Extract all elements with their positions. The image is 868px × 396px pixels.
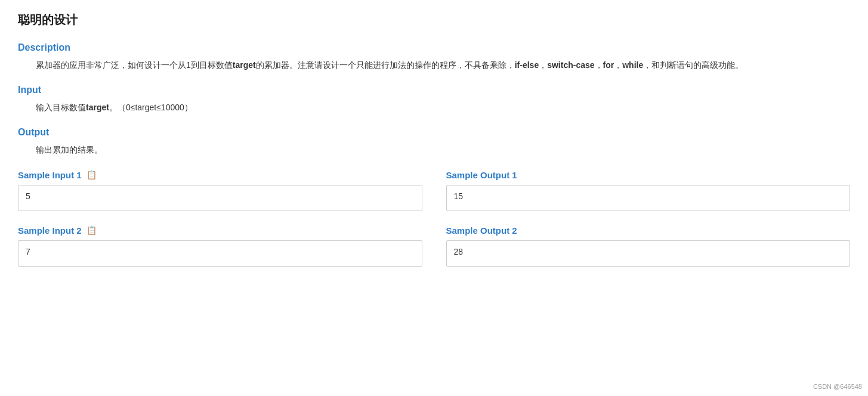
sample-input-group-2: Sample Input 2 📋 7 <box>18 225 422 267</box>
copy-input-icon-2[interactable]: 📋 <box>87 225 97 235</box>
description-content: 累加器的应用非常广泛，如何设计一个从1到目标数值target的累加器。注意请设计… <box>36 58 850 73</box>
sample-input-label-1: Sample Input 1 📋 <box>18 170 422 180</box>
output-content: 输出累加的结果。 <box>36 143 850 157</box>
copy-input-icon-1[interactable]: 📋 <box>87 170 97 180</box>
sample-output-group-1: Sample Output 1 15 <box>446 170 851 211</box>
sample-output-box-2: 28 <box>446 240 851 267</box>
sample-output-group-2: Sample Output 2 28 <box>446 225 851 267</box>
description-section: Description 累加器的应用非常广泛，如何设计一个从1到目标数值targ… <box>18 42 850 73</box>
input-section: Input 输入目标数值target。（0≤target≤10000） <box>18 85 850 115</box>
sample-output-box-1: 15 <box>446 185 851 211</box>
description-title: Description <box>18 42 850 53</box>
input-title: Input <box>18 85 850 95</box>
sample-output-label-2: Sample Output 2 <box>446 225 851 236</box>
sample-input-box-2: 7 <box>18 240 422 267</box>
sample-output-label-1: Sample Output 1 <box>446 170 851 180</box>
output-title: Output <box>18 127 850 138</box>
sample-input-box-1: 5 <box>18 185 422 211</box>
input-content: 输入目标数值target。（0≤target≤10000） <box>36 100 850 115</box>
sample-input-group-1: Sample Input 1 📋 5 <box>18 170 422 211</box>
output-section: Output 输出累加的结果。 <box>18 127 850 157</box>
page-title: 聪明的设计 <box>18 12 850 28</box>
samples-grid: Sample Input 1 📋 5 Sample Output 1 15 Sa… <box>18 170 850 271</box>
sample-input-label-2: Sample Input 2 📋 <box>18 225 422 236</box>
